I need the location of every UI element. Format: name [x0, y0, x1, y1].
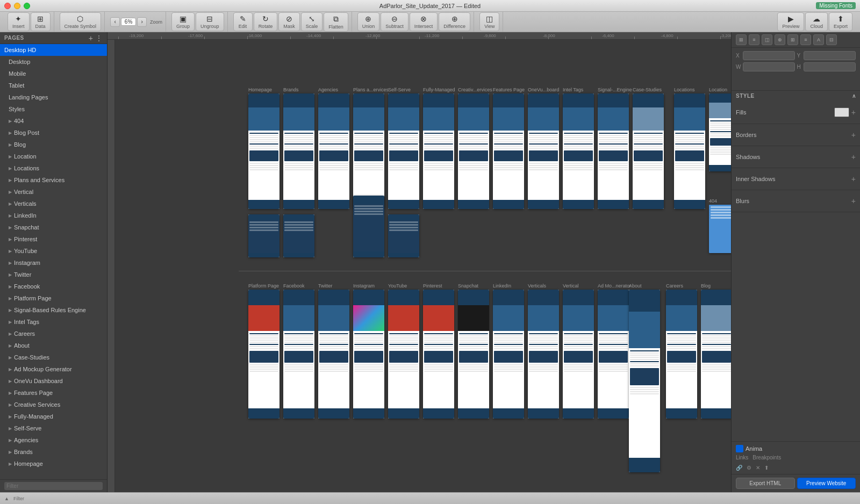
page-thumb[interactable] — [629, 290, 660, 472]
sidebar-item-twitter[interactable]: ▶Twitter — [0, 269, 107, 280]
inspector-tab-7[interactable]: A — [813, 34, 824, 45]
page-thumb[interactable] — [388, 93, 419, 209]
zoom-control[interactable]: ‹ 6% › — [110, 17, 147, 27]
inspector-tab-3[interactable]: ◫ — [762, 34, 772, 45]
scale-button[interactable]: ⤡ Scale — [301, 12, 323, 31]
blurs-row[interactable]: Blurs + — [736, 195, 856, 207]
inner-shadows-add-button[interactable]: + — [851, 175, 856, 183]
sidebar-item-ad-mockup-generator[interactable]: ▶Ad Mockup Generator — [0, 363, 107, 375]
sidebar-item-instagram[interactable]: ▶Instagram — [0, 257, 107, 269]
group-button[interactable]: ▣ Group — [171, 12, 195, 31]
sidebar-item-desktop[interactable]: Desktop — [0, 56, 107, 68]
subtract-button[interactable]: ⊖ Subtract — [381, 12, 408, 31]
style-section-header[interactable]: STYLE ∧ — [732, 91, 860, 101]
inspector-tab-1[interactable]: ⊞ — [736, 34, 747, 45]
cloud-button[interactable]: ☁ Cloud — [805, 12, 828, 31]
shadows-row[interactable]: Shadows + — [736, 150, 856, 163]
page-thumb[interactable] — [458, 93, 489, 209]
sidebar-item-linkedin[interactable]: ▶LinkedIn — [0, 210, 107, 221]
inspector-tab-5[interactable]: ⊞ — [787, 34, 798, 45]
sidebar-item-signal-based-rules-engine[interactable]: ▶Signal-Based Rules Engine — [0, 304, 107, 316]
filter-input[interactable] — [4, 482, 103, 490]
sidebar-item-blog-post[interactable]: ▶Blog Post — [0, 127, 107, 139]
h-input[interactable] — [804, 62, 856, 71]
settings-icon[interactable]: ⋮ — [95, 34, 103, 42]
inspector-tab-2[interactable]: ≡ — [749, 34, 759, 45]
borders-add-button[interactable]: + — [851, 131, 856, 139]
page-thumb[interactable] — [563, 290, 594, 419]
insert-button[interactable]: ✦ Insert — [8, 12, 30, 31]
page-thumb[interactable] — [528, 93, 559, 209]
fills-row[interactable]: Fills + — [736, 105, 856, 119]
fills-add-button[interactable]: + — [851, 108, 856, 117]
preview-website-button[interactable]: Preview Website — [797, 478, 856, 489]
sidebar-item-plans-and-services[interactable]: ▶Plans and Services — [0, 174, 107, 186]
page-thumb[interactable] — [493, 290, 524, 419]
preview-button[interactable]: ▶ Preview — [777, 12, 804, 31]
sidebar-item-vertical[interactable]: ▶Vertical — [0, 186, 107, 198]
data-button[interactable]: ⊞ Data — [31, 12, 51, 31]
page-thumb-sub[interactable] — [353, 196, 384, 257]
page-thumb-sub[interactable] — [388, 214, 419, 257]
w-input[interactable] — [743, 62, 795, 71]
page-thumb[interactable] — [674, 93, 705, 209]
page-thumb[interactable] — [283, 93, 314, 209]
page-thumb[interactable] — [318, 290, 349, 419]
difference-button[interactable]: ⊕ Difference — [439, 12, 470, 31]
page-thumb-sub[interactable] — [283, 214, 314, 257]
page-thumb[interactable] — [353, 93, 384, 209]
anima-icon-4[interactable]: ⬆ — [764, 465, 769, 471]
page-thumb[interactable] — [423, 290, 454, 419]
y-input[interactable] — [804, 51, 856, 60]
page-thumb[interactable] — [423, 93, 454, 209]
sidebar-item-brands[interactable]: ▶Brands — [0, 446, 107, 458]
export-button[interactable]: ⬆ Export — [829, 12, 852, 31]
anima-icon-3[interactable]: ✕ — [756, 465, 760, 471]
rotate-button[interactable]: ↻ Rotate — [254, 12, 278, 31]
intersect-button[interactable]: ⊗ Intersect — [410, 12, 438, 31]
page-thumb[interactable] — [283, 290, 314, 419]
canvas-scroll[interactable]: HomepageBrandsAgenciesPlans a...ervicesS… — [115, 40, 731, 492]
mask-button[interactable]: ⊘ Mask — [278, 12, 300, 31]
x-input[interactable] — [743, 51, 795, 60]
sidebar-item-about[interactable]: ▶About — [0, 340, 107, 351]
sidebar-item-mobile[interactable]: Mobile — [0, 68, 107, 80]
zoom-in-button[interactable]: › — [137, 17, 147, 27]
edit-button[interactable]: ✎ Edit — [233, 12, 253, 31]
page-thumb[interactable] — [318, 93, 349, 209]
minimize-button[interactable] — [14, 3, 20, 9]
zoom-out-button[interactable]: ‹ — [110, 17, 120, 27]
page-thumb[interactable] — [388, 290, 419, 419]
inspector-tab-8[interactable]: ⊟ — [826, 34, 837, 45]
inspector-tab-4[interactable]: ⊕ — [775, 34, 785, 45]
fullscreen-button[interactable] — [24, 3, 30, 9]
page-thumb[interactable] — [528, 290, 559, 419]
sidebar-item-creative-services[interactable]: ▶Creative Services — [0, 399, 107, 411]
page-thumb[interactable] — [598, 290, 629, 419]
missing-fonts-badge[interactable]: Missing Fonts — [816, 2, 856, 9]
inner-shadows-row[interactable]: Inner Shadows + — [736, 172, 856, 185]
breakpoints-button[interactable]: Breakpoints — [752, 455, 781, 460]
links-button[interactable]: Links — [736, 455, 748, 460]
sidebar-item-snapchat[interactable]: ▶Snapchat — [0, 221, 107, 233]
inspector-tab-6[interactable]: ≡ — [800, 34, 811, 45]
page-thumb[interactable] — [633, 93, 664, 209]
sidebar-item-pinterest[interactable]: ▶Pinterest — [0, 233, 107, 245]
sidebar-item-fully-managed[interactable]: ▶Fully-Managed — [0, 411, 107, 422]
export-html-button[interactable]: Export HTML — [736, 478, 795, 489]
sidebar-item-self-serve[interactable]: ▶Self-Serve — [0, 422, 107, 434]
sidebar-item-intel-tags[interactable]: ▶Intel Tags — [0, 316, 107, 328]
page-thumb[interactable] — [493, 93, 524, 209]
sidebar-item-features-page[interactable]: ▶Features Page — [0, 387, 107, 399]
page-thumb[interactable] — [666, 290, 697, 419]
page-thumb-sub[interactable] — [248, 214, 280, 257]
sidebar-item-tablet[interactable]: Tablet — [0, 80, 107, 91]
sidebar-item-location[interactable]: ▶Location — [0, 150, 107, 162]
create-symbol-button[interactable]: ⬡ Create Symbol — [60, 12, 102, 31]
page-thumb[interactable] — [248, 93, 280, 209]
sidebar-item-styles[interactable]: Styles — [0, 103, 107, 115]
page-thumb[interactable] — [709, 93, 731, 171]
sidebar-item-onevu-dashboard[interactable]: ▶OneVu Dashboard — [0, 375, 107, 387]
ungroup-button[interactable]: ⊟ Ungroup — [196, 12, 224, 31]
blurs-add-button[interactable]: + — [851, 197, 856, 205]
